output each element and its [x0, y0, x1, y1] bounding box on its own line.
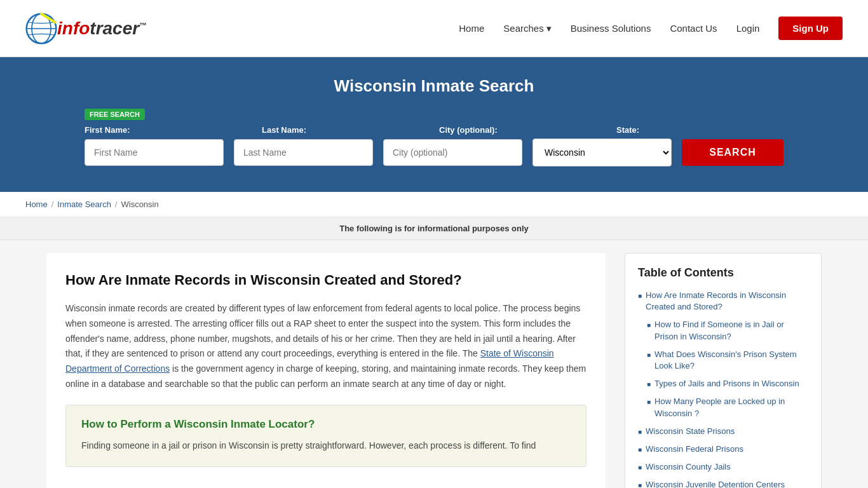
toc-link-2[interactable]: What Does Wisconsin's Prison System Look…: [654, 349, 808, 372]
toc-bullet-1: ■: [647, 322, 651, 329]
logo-info-text: info: [57, 18, 90, 38]
toc-link-3[interactable]: Types of Jails and Prisons in Wisconsin: [654, 378, 799, 390]
toc-link-8[interactable]: Wisconsin Juvenile Detention Centers: [646, 479, 785, 488]
hero-title: Wisconsin Inmate Search: [85, 76, 783, 96]
toc-title: Table of Contents: [638, 266, 808, 280]
free-search-badge: FREE SEARCH: [85, 109, 145, 120]
toc-bullet-3: ■: [647, 381, 651, 388]
article: How Are Inmate Records in Wisconsin Crea…: [46, 253, 606, 488]
toc-link-6[interactable]: Wisconsin Federal Prisons: [646, 444, 743, 455]
toc-box: Table of Contents ■ How Are Inmate Recor…: [625, 253, 822, 488]
toc-item-1: ■ How to Find if Someone is in Jail or P…: [647, 319, 808, 342]
toc-link-1[interactable]: How to Find if Someone is in Jail or Pri…: [654, 319, 808, 342]
nav-home[interactable]: Home: [459, 23, 484, 34]
header: infotracer™ Home Searches ▾ Business Sol…: [0, 0, 868, 57]
info-bar-text: The following is for informational purpo…: [339, 224, 529, 233]
toc-link-4[interactable]: How Many People are Locked up in Wiscons…: [654, 396, 808, 419]
toc-item-3: ■ Types of Jails and Prisons in Wisconsi…: [647, 378, 808, 390]
search-button[interactable]: SEARCH: [682, 139, 783, 166]
last-name-label: Last Name:: [262, 125, 429, 135]
toc-list: ■ How Are Inmate Records in Wisconsin Cr…: [638, 290, 808, 488]
first-name-label: First Name:: [85, 125, 252, 135]
toc-bullet-5: ■: [638, 428, 642, 435]
breadcrumb: Home / Inmate Search / Wisconsin: [25, 200, 843, 209]
sidebar: Table of Contents ■ How Are Inmate Recor…: [625, 253, 822, 488]
search-inputs: Wisconsin SEARCH: [85, 139, 783, 166]
article-body: Wisconsin inmate records are created by …: [65, 301, 587, 392]
logo-tm: ™: [139, 20, 147, 29]
main-content: How Are Inmate Records in Wisconsin Crea…: [21, 240, 847, 488]
info-bar: The following is for informational purpo…: [0, 217, 868, 240]
nav-searches[interactable]: Searches ▾: [503, 23, 551, 34]
breadcrumb-current: Wisconsin: [121, 200, 158, 209]
toc-bullet-4: ■: [647, 398, 651, 405]
city-input[interactable]: [383, 139, 522, 166]
breadcrumb-sep-2: /: [115, 200, 118, 209]
toc-bullet-6: ■: [638, 446, 642, 453]
toc-link-0[interactable]: How Are Inmate Records in Wisconsin Crea…: [646, 290, 808, 313]
breadcrumb-bar: Home / Inmate Search / Wisconsin: [0, 192, 868, 217]
howto-box: How to Perform a Wisconsin Inmate Locato…: [65, 405, 587, 467]
article-paragraph-1: Wisconsin inmate records are created by …: [65, 301, 587, 392]
howto-box-text: Finding someone in a jail or prison in W…: [81, 438, 571, 454]
search-labels: First Name: Last Name: City (optional): …: [85, 125, 783, 135]
breadcrumb-inmate-search[interactable]: Inmate Search: [57, 200, 111, 209]
logo[interactable]: infotracer™: [25, 13, 147, 44]
toc-item-2: ■ What Does Wisconsin's Prison System Lo…: [647, 349, 808, 372]
toc-link-5[interactable]: Wisconsin State Prisons: [646, 426, 735, 437]
hero-section: Wisconsin Inmate Search FREE SEARCH Firs…: [0, 57, 868, 192]
state-select[interactable]: Wisconsin: [532, 139, 672, 166]
breadcrumb-home[interactable]: Home: [25, 200, 48, 209]
signup-button[interactable]: Sign Up: [778, 17, 843, 40]
article-title: How Are Inmate Records in Wisconsin Crea…: [65, 272, 587, 288]
howto-box-title: How to Perform a Wisconsin Inmate Locato…: [81, 418, 571, 431]
toc-bullet-2: ■: [647, 351, 651, 358]
login-button[interactable]: Login: [736, 23, 760, 34]
toc-item-6: ■ Wisconsin Federal Prisons: [638, 444, 808, 455]
toc-bullet-7: ■: [638, 464, 642, 471]
toc-item-4: ■ How Many People are Locked up in Wisco…: [647, 396, 808, 419]
chevron-down-icon: ▾: [546, 23, 552, 34]
last-name-input[interactable]: [234, 139, 373, 166]
city-label: City (optional):: [439, 125, 606, 135]
toc-item-5: ■ Wisconsin State Prisons: [638, 426, 808, 437]
logo-tracer-text: tracer: [90, 18, 139, 38]
toc-item-8: ■ Wisconsin Juvenile Detention Centers: [638, 479, 808, 488]
nav-business-solutions[interactable]: Business Solutions: [571, 23, 651, 34]
toc-item-0: ■ How Are Inmate Records in Wisconsin Cr…: [638, 290, 808, 313]
first-name-input[interactable]: [85, 139, 224, 166]
breadcrumb-sep-1: /: [51, 200, 54, 209]
toc-link-7[interactable]: Wisconsin County Jails: [646, 461, 731, 473]
main-nav: Home Searches ▾ Business Solutions Conta…: [459, 17, 843, 40]
state-label: State:: [616, 125, 783, 135]
nav-contact-us[interactable]: Contact Us: [670, 23, 717, 34]
toc-item-7: ■ Wisconsin County Jails: [638, 461, 808, 473]
toc-bullet-8: ■: [638, 482, 642, 488]
toc-bullet-0: ■: [638, 292, 642, 299]
search-form: Wisconsin Inmate Search FREE SEARCH Firs…: [85, 76, 783, 166]
